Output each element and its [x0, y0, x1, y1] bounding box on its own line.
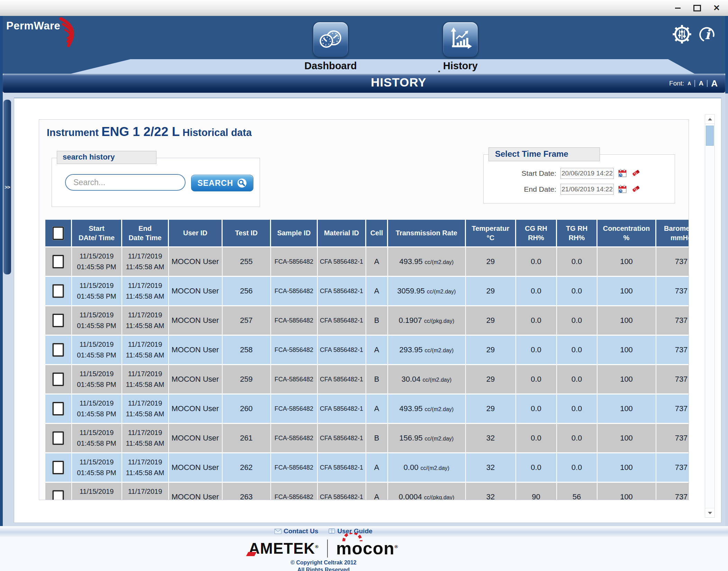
row-checkbox[interactable] [53, 490, 64, 500]
column-header: Concentration% [597, 220, 656, 247]
table-row: 11/15/201901:45:58 PM11/17/201911:45:58 … [45, 424, 689, 453]
page-title-bar: HISTORY Font: A A A [3, 74, 725, 93]
nav-history[interactable]: History [426, 21, 495, 72]
row-checkbox[interactable] [53, 402, 64, 415]
copyright-line1: © Copyright Celtrak 2012 [0, 559, 687, 567]
cell-cell: B [366, 365, 388, 394]
row-checkbox[interactable] [53, 284, 64, 298]
minimize-icon [675, 8, 681, 9]
row-checkbox[interactable] [53, 373, 64, 386]
vertical-scrollbar[interactable] [705, 114, 715, 518]
column-header: Cell [366, 220, 388, 247]
start-date-clear-icon[interactable] [631, 169, 640, 178]
maximize-icon [693, 5, 701, 11]
start-date-calendar-icon[interactable] [618, 169, 627, 178]
row-checkbox[interactable] [53, 314, 64, 327]
table-body: 11/15/201901:45:58 PM11/17/201911:45:58 … [45, 247, 689, 500]
column-header: Test ID [222, 220, 271, 247]
column-header: StartDAte/ Time [72, 220, 122, 247]
scrollbar-thumb[interactable] [706, 126, 714, 146]
cell-material-id: CFA 5856482-1 [317, 335, 366, 365]
cell-transmission-rate: 3059.95cc/(m2.day) [388, 277, 466, 306]
cell-tg-rh: 0.0 [557, 335, 597, 365]
cell-user-id: MOCON User [169, 424, 222, 453]
nav-dashboard[interactable]: Dashboard [296, 21, 365, 72]
row-checkbox[interactable] [53, 255, 64, 268]
cell-tg-rh: 0.0 [557, 306, 597, 335]
nav-active-dot [438, 71, 440, 72]
end-date-calendar-icon[interactable] [618, 184, 627, 193]
search-input[interactable] [65, 174, 186, 191]
cell-end-datetime: 11/17/201911:45:58 AM [122, 277, 169, 306]
row-checkbox[interactable] [53, 461, 64, 474]
window-frame-left [0, 16, 3, 526]
cell-transmission-rate: 0.00cc/(m2.day) [388, 453, 466, 482]
close-icon: ✕ [713, 4, 720, 12]
cell-cell: A [366, 394, 388, 424]
contact-us-label: Contact Us [284, 527, 318, 535]
cell-sample-id: FCA-5856482 [271, 482, 317, 500]
close-button[interactable]: ✕ [711, 3, 722, 13]
font-size-widget: Font: A A A [669, 74, 718, 93]
cell-tg-rh: 0.0 [557, 394, 597, 424]
cell-concentration: 100 [597, 306, 656, 335]
scroll-down-button[interactable] [705, 508, 714, 517]
cell-user-id: MOCON User [169, 365, 222, 394]
nav-history-label: History [426, 60, 495, 72]
select-all-header [45, 220, 72, 247]
app-window: ✕ PermWare Dashboard [0, 0, 728, 571]
cell-transmission-rate: 30.04cc/(m2.day) [388, 365, 466, 394]
cell-start-datetime: 11/15/201901:45:58 PM [72, 306, 122, 335]
settings-button[interactable] [672, 24, 692, 44]
cell-sample-id: FCA-5856482 [271, 424, 317, 453]
page-title: HISTORY [371, 75, 426, 89]
cell-user-id: MOCON User [169, 335, 222, 365]
cell-checkbox [45, 394, 72, 424]
start-date-input[interactable]: 20/06/2019 14:22 [560, 168, 614, 179]
cell-sample-id: FCA-5856482 [271, 277, 317, 306]
cell-tg-rh: 0.0 [557, 365, 597, 394]
cell-checkbox [45, 453, 72, 482]
end-date-input[interactable]: 21/06/2019 14:22 [560, 184, 614, 195]
info-button[interactable]: i [697, 24, 717, 44]
sidebar-collapse-handle[interactable]: >> [3, 100, 11, 274]
cell-start-datetime: 11/15/201901:45:58 PM [72, 335, 122, 365]
row-checkbox[interactable] [53, 343, 64, 356]
cell-test-id: 259 [222, 365, 271, 394]
cell-cell: A [366, 335, 388, 365]
table-row: 11/15/201901:45:58 PM11/17/201911:45:58 … [45, 335, 689, 365]
cell-user-id: MOCON User [169, 277, 222, 306]
chevron-up-icon [708, 118, 712, 120]
row-checkbox[interactable] [53, 432, 64, 445]
maximize-button[interactable] [692, 3, 702, 13]
end-date-label: End Date: [484, 185, 556, 193]
cell-end-datetime: 11/17/201911:45:58 AM [122, 482, 169, 500]
nav-dashboard-label: Dashboard [296, 60, 365, 72]
font-large-button[interactable]: A [711, 79, 718, 88]
font-medium-button[interactable]: A [699, 80, 703, 87]
cell-cell: B [366, 424, 388, 453]
column-header: CG RHRH% [516, 220, 557, 247]
cell-cg-rh: 0.0 [516, 424, 557, 453]
cell-checkbox [45, 247, 72, 277]
select-all-checkbox[interactable] [53, 227, 64, 240]
divider [694, 80, 695, 87]
heading-prefix: Instrument [47, 127, 101, 138]
cell-concentration: 100 [597, 453, 656, 482]
search-button[interactable]: SEARCH [191, 175, 253, 191]
font-small-button[interactable]: A [687, 81, 691, 86]
heading-suffix: Historical data [180, 127, 252, 138]
footer-links-bar: Contact Us User Guide [0, 526, 728, 537]
cell-temperature: 29 [466, 365, 516, 394]
gear-sliders-icon [672, 24, 692, 44]
minimize-button[interactable] [673, 3, 683, 13]
end-date-clear-icon[interactable] [631, 184, 640, 193]
cell-tg-rh: 0.0 [557, 247, 597, 277]
cell-barometer: 737 [656, 335, 689, 365]
scroll-up-button[interactable] [705, 115, 714, 124]
column-header: Sample ID [271, 220, 317, 247]
contact-us-link[interactable]: Contact Us [275, 527, 318, 535]
cell-temperature: 29 [466, 306, 516, 335]
table-row: 11/15/201901:45:58 PM11/17/201911:45:58 … [45, 453, 689, 482]
brand-swoosh-icon [60, 17, 81, 47]
